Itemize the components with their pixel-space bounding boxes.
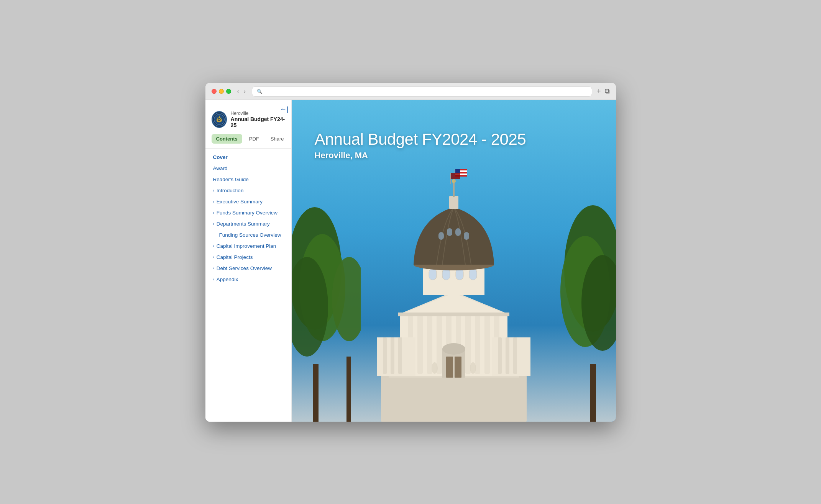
- sidebar-item-debt-services-overview[interactable]: › Debt Services Overview: [205, 263, 291, 274]
- svg-rect-53: [451, 173, 460, 179]
- chevron-right-icon: ›: [213, 255, 214, 259]
- chevron-right-icon: ›: [213, 211, 214, 215]
- cover-subtitle: Heroville, MA: [315, 151, 526, 160]
- sidebar-item-funds-summary-overview[interactable]: › Funds Summary Overview: [205, 207, 291, 218]
- svg-rect-51: [455, 169, 460, 173]
- svg-rect-41: [455, 228, 461, 236]
- svg-rect-63: [391, 337, 394, 374]
- svg-rect-44: [453, 182, 455, 197]
- tab-share[interactable]: Share: [266, 134, 289, 144]
- chevron-right-icon: ›: [213, 222, 214, 226]
- introduction-label: Introduction: [217, 188, 244, 193]
- svg-rect-52: [450, 173, 451, 184]
- svg-rect-11: [346, 357, 351, 422]
- award-label: Award: [213, 165, 228, 171]
- chevron-right-icon: ›: [213, 244, 214, 248]
- sidebar-item-readers-guide[interactable]: Reader's Guide: [205, 174, 291, 185]
- close-button[interactable]: [212, 89, 217, 94]
- org-name-main: Annual Budget FY24-25: [231, 116, 285, 129]
- sidebar-collapse-button[interactable]: ←|: [277, 104, 292, 115]
- chevron-right-icon: ›: [213, 277, 214, 281]
- svg-rect-23: [437, 314, 442, 374]
- search-icon: 🔍: [257, 89, 263, 94]
- svg-rect-27: [475, 314, 480, 374]
- appendix-label: Appendix: [217, 277, 238, 282]
- browser-content: ←| Heroville Annua: [205, 100, 616, 422]
- sidebar-item-award[interactable]: Award: [205, 163, 291, 174]
- funding-sources-overview-label: Funding Sources Overview: [219, 232, 281, 238]
- svg-rect-16: [381, 376, 527, 422]
- svg-point-55: [470, 362, 476, 374]
- svg-rect-43: [449, 196, 458, 209]
- svg-rect-9: [313, 364, 319, 422]
- nav-list: Cover Award Reader's Guide › Introductio…: [205, 152, 291, 285]
- traffic-lights: [212, 89, 231, 94]
- svg-rect-59: [455, 357, 461, 378]
- sidebar-item-departments-summary[interactable]: › Departments Summary: [205, 218, 291, 229]
- org-logo: [212, 111, 227, 128]
- debt-services-overview-label: Debt Services Overview: [217, 265, 272, 271]
- address-bar[interactable]: 🔍: [252, 87, 592, 97]
- duplicate-tab-button[interactable]: ⧉: [605, 87, 610, 95]
- departments-summary-label: Departments Summary: [217, 221, 270, 227]
- svg-rect-22: [427, 314, 432, 374]
- svg-rect-64: [398, 337, 402, 374]
- sidebar-item-cover[interactable]: Cover: [205, 152, 291, 163]
- svg-rect-66: [506, 337, 509, 374]
- svg-rect-42: [464, 232, 469, 240]
- svg-marker-31: [400, 293, 507, 314]
- readers-guide-label: Reader's Guide: [213, 177, 249, 182]
- executive-summary-label: Executive Summary: [217, 199, 263, 205]
- tab-bar: Contents PDF Share: [205, 134, 291, 149]
- new-tab-button[interactable]: +: [597, 87, 601, 95]
- svg-rect-39: [438, 232, 444, 240]
- browser-actions: + ⧉: [597, 87, 610, 95]
- sidebar-item-capital-projects[interactable]: › Capital Projects: [205, 252, 291, 263]
- cover-label: Cover: [213, 154, 228, 160]
- tab-contents[interactable]: Contents: [212, 134, 242, 144]
- svg-rect-65: [498, 337, 502, 374]
- svg-rect-67: [513, 337, 517, 374]
- svg-rect-62: [383, 337, 387, 374]
- nav-buttons: ‹ ›: [236, 87, 248, 96]
- back-button[interactable]: ‹: [236, 87, 241, 96]
- svg-rect-15: [590, 364, 596, 422]
- sidebar-item-capital-improvement-plan[interactable]: › Capital Improvement Plan: [205, 241, 291, 252]
- cover-image: Annual Budget FY2024 - 2025 Heroville, M…: [292, 100, 616, 422]
- svg-rect-37: [469, 268, 477, 280]
- maximize-button[interactable]: [226, 89, 231, 94]
- svg-rect-58: [446, 357, 453, 378]
- chevron-right-icon: ›: [213, 266, 214, 270]
- cover-text: Annual Budget FY2024 - 2025 Heroville, M…: [315, 131, 526, 160]
- tab-pdf[interactable]: PDF: [245, 134, 264, 144]
- sidebar-item-funding-sources-overview[interactable]: Funding Sources Overview: [205, 229, 291, 241]
- chevron-right-icon: ›: [213, 200, 214, 204]
- sidebar-item-appendix[interactable]: › Appendix: [205, 274, 291, 285]
- main-panel: Annual Budget FY2024 - 2025 Heroville, M…: [292, 100, 616, 422]
- sidebar: ←| Heroville Annua: [205, 100, 292, 422]
- minimize-button[interactable]: [219, 89, 224, 94]
- svg-point-5: [218, 119, 220, 121]
- svg-rect-21: [417, 314, 423, 374]
- svg-rect-26: [465, 314, 471, 374]
- capital-improvement-plan-label: Capital Improvement Plan: [217, 243, 276, 249]
- sidebar-item-executive-summary[interactable]: › Executive Summary: [205, 196, 291, 207]
- svg-rect-34: [429, 268, 437, 280]
- svg-rect-32: [398, 313, 509, 316]
- capital-projects-label: Capital Projects: [217, 254, 253, 260]
- chevron-right-icon: ›: [213, 188, 214, 193]
- svg-point-54: [432, 362, 438, 374]
- funds-summary-overview-label: Funds Summary Overview: [217, 210, 277, 216]
- cover-title: Annual Budget FY2024 - 2025: [315, 131, 526, 148]
- svg-rect-28: [484, 314, 490, 374]
- svg-rect-40: [447, 228, 452, 236]
- browser-window: ‹ › 🔍 + ⧉ ←|: [205, 83, 616, 422]
- svg-point-57: [442, 343, 465, 355]
- sidebar-item-introduction[interactable]: › Introduction: [205, 185, 291, 196]
- forward-button[interactable]: ›: [242, 87, 247, 96]
- browser-chrome: ‹ › 🔍 + ⧉: [205, 83, 616, 100]
